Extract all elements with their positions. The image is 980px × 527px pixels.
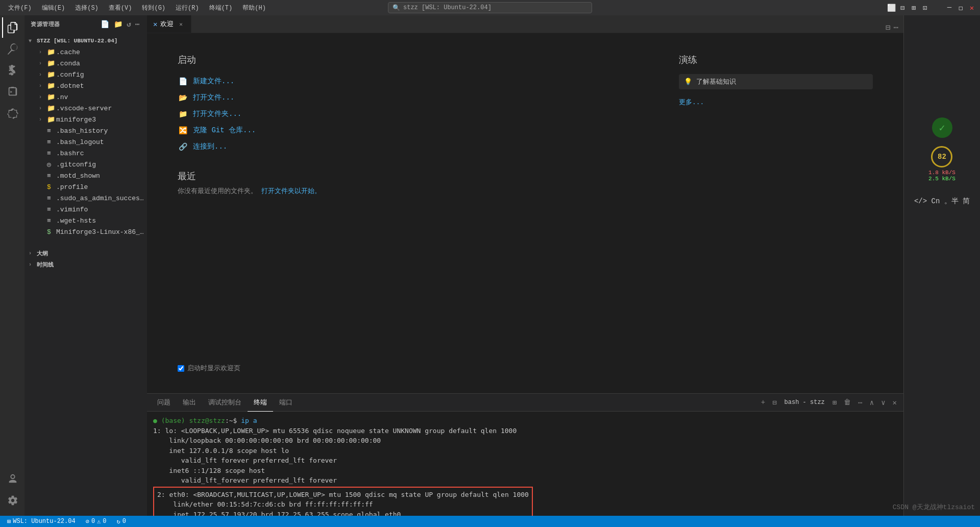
tree-item-dotnet[interactable]: › 📁 .dotnet bbox=[24, 80, 147, 91]
clone-git-action[interactable]: 🔀 克隆 Git 仓库... bbox=[178, 123, 638, 137]
open-file-label: 打开文件... bbox=[193, 93, 234, 102]
menu-edit[interactable]: 编辑(E) bbox=[38, 3, 69, 13]
highlighted-eth0-section: 2: eth0: <BROADCAST,MULTICAST,UP,LOWER_U… bbox=[153, 487, 533, 516]
menu-select[interactable]: 选择(S) bbox=[71, 3, 103, 13]
tree-item-profile[interactable]: $ .profile bbox=[24, 181, 147, 193]
panel-tab-ports[interactable]: 端口 bbox=[273, 394, 299, 412]
panel-tab-output[interactable]: 输出 bbox=[177, 394, 202, 412]
panel-up-btn[interactable]: ∧ bbox=[867, 397, 876, 409]
activity-search-icon[interactable] bbox=[2, 39, 22, 59]
open-folder-action[interactable]: 📁 打开文件夹... bbox=[178, 107, 638, 121]
learn-basics-item[interactable]: 💡 了解基础知识 bbox=[679, 74, 873, 89]
activity-extensions-icon[interactable] bbox=[2, 103, 22, 124]
tree-item-miniforge3[interactable]: › 📁 miniforge3 bbox=[24, 114, 147, 125]
panel-tab-terminal[interactable]: 终端 bbox=[248, 394, 273, 412]
sidebar-header: 资源管理器 📄 📁 ↺ ⋯ bbox=[24, 15, 147, 33]
tree-item-sudo-admin[interactable]: ≡ .sudo_as_admin_successful bbox=[24, 193, 147, 204]
restore-btn[interactable]: ◻ bbox=[957, 4, 965, 12]
start-title: 启动 bbox=[178, 54, 638, 66]
activity-explorer-icon[interactable] bbox=[2, 17, 22, 38]
terminal-grid-btn[interactable]: ⊞ bbox=[830, 397, 839, 409]
panel-close-btn[interactable]: ✕ bbox=[890, 397, 899, 409]
close-btn[interactable]: ✕ bbox=[968, 4, 976, 12]
layout-grid-btn[interactable]: ⊞ bbox=[910, 4, 918, 12]
delete-terminal-btn[interactable]: 🗑 bbox=[841, 397, 853, 408]
tree-item-nv[interactable]: › 📁 .nv bbox=[24, 91, 147, 103]
panel-tab-problems[interactable]: 问题 bbox=[151, 394, 177, 412]
tree-item-vscode-server[interactable]: › 📁 .vscode-server bbox=[24, 103, 147, 114]
open-file-icon: 📂 bbox=[178, 92, 188, 103]
error-icon: ⊘ bbox=[86, 518, 89, 525]
tree-item-miniforge3-sh[interactable]: $ Miniforge3-Linux-x86_64.sh bbox=[24, 226, 147, 237]
layout-split-btn[interactable]: ⊟ bbox=[898, 4, 906, 12]
activity-source-control-icon[interactable] bbox=[2, 60, 22, 81]
root-folder[interactable]: ▼ STZZ [WSL: UBUNTU-22.04] bbox=[24, 35, 147, 46]
menu-file[interactable]: 文件(F) bbox=[4, 3, 36, 13]
menu-help[interactable]: 帮助(H) bbox=[238, 3, 270, 13]
outline-label: 大纲 bbox=[37, 250, 48, 257]
new-folder-btn[interactable]: 📁 bbox=[113, 19, 124, 30]
tree-item-motd-shown[interactable]: ≡ .motd_shown bbox=[24, 170, 147, 181]
file-tree: ▼ STZZ [WSL: UBUNTU-22.04] › 📁 .cache › … bbox=[24, 33, 147, 239]
split-editor-btn[interactable]: ⊟ bbox=[886, 22, 891, 33]
activity-bar-bottom bbox=[2, 469, 22, 516]
tree-item-gitconfig[interactable]: ◎ .gitconfig bbox=[24, 159, 147, 170]
tree-item-bash-logout[interactable]: ≡ .bash_logout bbox=[24, 136, 147, 148]
search-bar[interactable]: 🔍 stzz [WSL: Ubuntu-22.04] bbox=[388, 2, 592, 13]
tree-item-viminfo[interactable]: ≡ .viminfo bbox=[24, 204, 147, 215]
new-file-action[interactable]: 📄 新建文件... bbox=[178, 74, 638, 88]
ime-display[interactable]: </> Cn 。半 简 bbox=[909, 190, 975, 213]
terminal-content[interactable]: ● (base) stzz@stzz:~$ ip a 1: lo: <LOOPB… bbox=[147, 412, 903, 516]
tree-item-cache[interactable]: › 📁 .cache bbox=[24, 46, 147, 58]
tree-item-bashrc[interactable]: ≡ .bashrc bbox=[24, 148, 147, 159]
show-on-startup: 启动时显示欢迎页 bbox=[178, 364, 873, 373]
menu-view[interactable]: 查看(V) bbox=[105, 3, 136, 13]
search-text: stzz [WSL: Ubuntu-22.04] bbox=[403, 4, 492, 11]
panel-tabs: 问题 输出 调试控制台 终端 端口 + ⊟ bash - stzz ⊞ 🗑 ⋯ … bbox=[147, 394, 903, 412]
panel-down-btn[interactable]: ∨ bbox=[878, 397, 888, 409]
minimize-btn[interactable]: ─ bbox=[945, 4, 953, 12]
layout-extra-btn[interactable]: ⊡ bbox=[921, 4, 929, 12]
tree-item-conda[interactable]: › 📁 .conda bbox=[24, 58, 147, 69]
timeline-section[interactable]: › 时间线 bbox=[24, 259, 147, 270]
open-file-action[interactable]: 📂 打开文件... bbox=[178, 90, 638, 105]
new-file-icon: 📄 bbox=[178, 76, 188, 86]
menu-terminal[interactable]: 终端(T) bbox=[205, 3, 237, 13]
terminal-line-0: ● (base) stzz@stzz:~$ ip a bbox=[153, 416, 897, 426]
add-terminal-btn[interactable]: + bbox=[758, 397, 768, 408]
show-startup-checkbox[interactable] bbox=[178, 365, 184, 372]
sidebar-content: ▼ STZZ [WSL: UBUNTU-22.04] › 📁 .cache › … bbox=[24, 33, 147, 516]
terminal-line-8: link/ether 00:15:5d:7c:d6:cb brd ff:ff:f… bbox=[157, 499, 529, 510]
connect-action[interactable]: 🔗 连接到... bbox=[178, 139, 638, 154]
activity-settings-icon[interactable] bbox=[2, 490, 22, 511]
activity-run-debug-icon[interactable] bbox=[2, 82, 22, 102]
status-wsl[interactable]: ⊞ WSL: Ubuntu-22.04 bbox=[5, 518, 78, 525]
layout-toggle-btn[interactable]: ⬜ bbox=[887, 4, 895, 12]
outline-section[interactable]: › 大纲 bbox=[24, 248, 147, 259]
search-icon: 🔍 bbox=[393, 4, 400, 12]
status-errors[interactable]: ⊘ 0 ⚠ 0 bbox=[84, 518, 109, 525]
tab-welcome[interactable]: ✕ 欢迎 ✕ bbox=[147, 15, 191, 33]
warning-count: 0 bbox=[103, 518, 106, 525]
tree-item-wget-hsts[interactable]: ≡ .wget-hsts bbox=[24, 215, 147, 226]
menu-run[interactable]: 运行(R) bbox=[172, 3, 203, 13]
more-actions-btn[interactable]: ⋯ bbox=[893, 22, 898, 33]
tree-item-config[interactable]: › 📁 .config bbox=[24, 69, 147, 80]
terminal-split-btn[interactable]: ⊟ bbox=[770, 397, 779, 409]
status-sync[interactable]: ↻ 0 bbox=[115, 518, 128, 525]
more-link[interactable]: 更多... bbox=[679, 98, 704, 107]
menu-goto[interactable]: 转到(G) bbox=[138, 3, 169, 13]
panel-more-btn[interactable]: ⋯ bbox=[855, 397, 865, 409]
tree-item-bash-history[interactable]: ≡ .bash_history bbox=[24, 125, 147, 136]
activity-account-icon[interactable] bbox=[2, 469, 22, 489]
title-bar-right: ⬜ ⊟ ⊞ ⊡ ─ ◻ ✕ bbox=[887, 4, 976, 12]
folder-icon: 📁 bbox=[47, 93, 56, 101]
collapse-btn[interactable]: ⋯ bbox=[134, 19, 141, 30]
new-file-btn[interactable]: 📄 bbox=[100, 19, 111, 30]
menu-bar[interactable]: 文件(F) 编辑(E) 选择(S) 查看(V) 转到(G) 运行(R) 终端(T… bbox=[4, 3, 270, 13]
open-folder-link[interactable]: 打开文件夹以开始。 bbox=[261, 187, 321, 195]
tab-close-btn[interactable]: ✕ bbox=[177, 20, 185, 28]
panel-tab-debug[interactable]: 调试控制台 bbox=[202, 394, 248, 412]
refresh-btn[interactable]: ↺ bbox=[126, 19, 132, 30]
status-bar: ⊞ WSL: Ubuntu-22.04 ⊘ 0 ⚠ 0 ↻ 0 bbox=[0, 516, 980, 527]
